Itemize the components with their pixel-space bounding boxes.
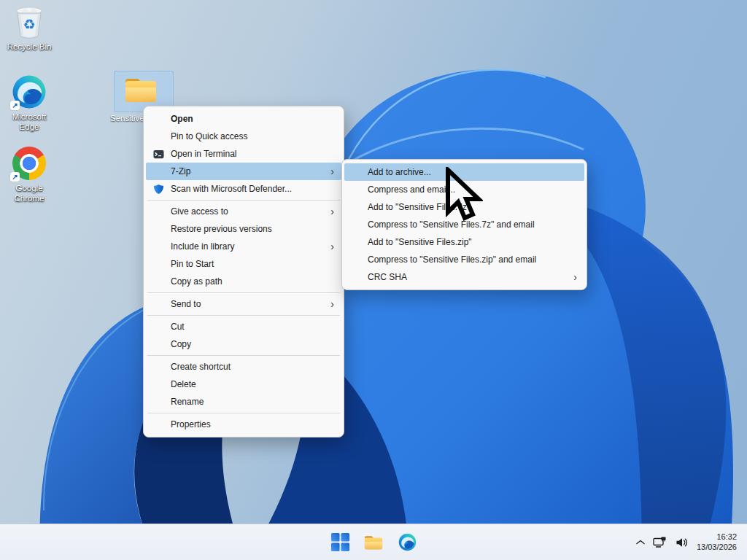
desktop-icon-google-chrome[interactable]: ↗ Google Chrome [1,146,57,203]
svg-text:♻: ♻ [23,16,35,32]
icon-label: Sensitive Files [110,114,143,122]
menu-separator [147,413,340,413]
desktop-icon-recycle-bin[interactable]: ♻ Recycle Bin [1,4,57,52]
menu-item-label: Properties [171,419,324,429]
menu-item-compress-to-sensitive-files-zip-and-email[interactable]: Compress to "Sensitive Files.zip" and em… [344,251,584,268]
mouse-cursor [444,167,483,222]
menu-item-label: Open [171,114,324,124]
menu-item-label: Give access to [171,206,324,217]
menu-item-label: Delete [171,379,324,389]
menu-item-label: Open in Terminal [171,149,324,159]
submenu-chevron-icon: › [324,166,334,177]
menu-item-delete[interactable]: Delete [146,376,341,393]
menu-item-give-access-to[interactable]: Give access to› [146,203,341,220]
menu-item-label: Compress to "Sensitive Files.zip" and em… [368,254,567,265]
menu-item-label: Copy [171,339,324,349]
menu-item-label: Pin to Quick access [171,131,324,141]
taskbar-clock[interactable]: 16:32 13/03/2026 [697,532,740,552]
menu-item-pin-to-quick-access[interactable]: Pin to Quick access [146,128,341,145]
chrome-icon: ↗ [12,146,47,181]
menu-item-scan-with-microsoft-defender[interactable]: Scan with Microsoft Defender... [146,180,341,198]
edge-taskbar-button[interactable] [398,533,417,552]
network-icon[interactable] [653,537,667,548]
menu-item-crc-sha[interactable]: CRC SHA› [344,268,584,286]
desktop-icon-microsoft-edge[interactable]: ↗ Microsoft Edge [1,74,57,132]
submenu-chevron-icon: › [324,206,334,217]
tray-chevron-up-icon[interactable] [636,540,645,545]
windows-start-icon [331,533,349,551]
menu-item-create-shortcut[interactable]: Create shortcut [146,358,341,376]
edge-icon: ↗ [12,74,47,109]
file-explorer-icon [364,533,383,551]
menu-item-open-in-terminal[interactable]: Open in Terminal [146,145,341,163]
menu-item-label: Restore previous versions [171,224,324,234]
menu-item-label: CRC SHA [368,272,567,282]
menu-item-label: Scan with Microsoft Defender... [171,184,324,194]
menu-item-label: Add to "Sensitive Files.zip" [368,237,567,247]
menu-item-add-to-sensitive-files-zip[interactable]: Add to "Sensitive Files.zip" [344,233,584,251]
file-explorer-button[interactable] [364,533,383,552]
menu-item-properties[interactable]: Properties [146,416,341,433]
shortcut-arrow-icon: ↗ [10,172,20,182]
icon-label: Recycle Bin [7,42,52,52]
menu-item-pin-to-start[interactable]: Pin to Start [146,255,341,273]
menu-item-label: Rename [171,397,324,407]
menu-item-rename[interactable]: Rename [146,393,341,411]
menu-separator [147,292,340,293]
menu-item-label: Include in library [171,241,324,252]
menu-item-include-in-library[interactable]: Include in library› [146,238,341,255]
taskbar: 16:32 13/03/2026 [0,524,747,560]
submenu-chevron-icon: › [567,271,577,283]
menu-item-copy[interactable]: Copy [146,335,341,353]
clock-date: 13/03/2026 [697,542,737,553]
menu-item-cut[interactable]: Cut [146,318,341,335]
folder-context-menu: OpenPin to Quick accessOpen in Terminal7… [143,106,344,438]
defender-shield-icon [152,183,164,195]
volume-icon[interactable] [676,537,689,548]
menu-item-label: Send to [171,299,324,309]
recycle-bin-icon: ♻ [12,4,47,39]
menu-item-label: Create shortcut [171,362,324,372]
menu-separator [147,355,340,356]
terminal-icon [152,148,164,160]
menu-item-label: Cut [171,322,324,332]
menu-item-label: 7-Zip [171,166,324,176]
icon-label: Microsoft Edge [12,112,47,132]
clock-time: 16:32 [697,532,737,542]
menu-separator [147,200,340,201]
submenu-chevron-icon: › [324,241,334,252]
folder-icon [124,75,158,104]
menu-item-label: Copy as path [171,276,324,287]
menu-item-send-to[interactable]: Send to› [146,295,341,313]
desktop: ♻ Recycle Bin ↗ Microsoft Edge ↗ [0,0,747,560]
edge-icon [398,533,417,551]
icon-label: Google Chrome [15,183,44,203]
menu-item-copy-as-path[interactable]: Copy as path [146,273,341,290]
shortcut-arrow-icon: ↗ [10,101,20,110]
menu-separator [147,315,340,316]
menu-item-restore-previous-versions[interactable]: Restore previous versions [146,220,341,238]
start-button[interactable] [330,533,349,552]
menu-item-label: Pin to Start [171,259,324,269]
submenu-chevron-icon: › [324,298,334,310]
desktop-icon-sensitive-files-folder[interactable] [124,75,158,106]
menu-item-open[interactable]: Open [146,110,341,128]
menu-item-7-zip[interactable]: 7-Zip› [146,163,341,180]
